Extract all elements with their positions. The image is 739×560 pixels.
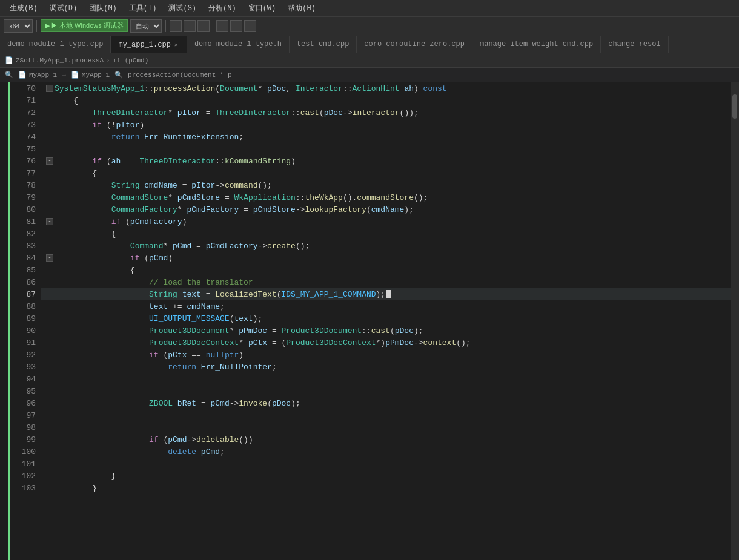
margin-indicator <box>0 143 8 155</box>
search-icon[interactable]: 🔍 <box>5 71 13 79</box>
code-line: Command* pCmd = pCmdFactory->create(); <box>41 240 731 252</box>
line-number: 97 <box>10 409 41 421</box>
tab-demo-module-h[interactable]: demo_module_1_type.h <box>187 36 290 53</box>
margin-indicator <box>0 191 8 203</box>
code-line: Product3DDocument* pPmDoc = Product3DDoc… <box>41 324 731 337</box>
margin-indicator <box>0 409 8 421</box>
margin-indicator <box>0 482 8 494</box>
tab-coro[interactable]: coro_coroutine_zero.cpp <box>357 36 472 53</box>
line-number: 74 <box>10 131 41 143</box>
fold-button[interactable]: - <box>46 254 53 262</box>
margin-indicator <box>0 373 8 385</box>
line-number: 94 <box>10 373 41 385</box>
toolbar-icon-2[interactable] <box>184 20 196 32</box>
code-line: if (pCtx == nullptr) <box>41 349 731 361</box>
breadcrumb-arrow: › <box>106 57 110 64</box>
margin-indicator <box>0 446 8 458</box>
line-number: 86 <box>10 276 41 288</box>
scrollbar-area[interactable] <box>731 82 739 560</box>
code-line: if (pCmd->deletable()) <box>41 433 731 446</box>
code-line: ThreeDInteractor* pItor = ThreeDInteract… <box>41 107 731 119</box>
margin-indicator <box>0 155 8 167</box>
toolbar-icon-4[interactable] <box>216 20 228 32</box>
code-line: return Err_NullPointer; <box>41 361 731 373</box>
nav-file-icon: 📄 <box>18 71 27 79</box>
nav-class[interactable]: MyApp_1 <box>29 71 57 79</box>
menu-item-debug[interactable]: 调试(D) <box>45 2 82 15</box>
toolbar-icon-5[interactable] <box>230 20 242 32</box>
tab-label: my_app_1.cpp <box>118 41 170 49</box>
code-line: { <box>41 94 731 107</box>
tab-label: coro_coroutine_zero.cpp <box>364 40 465 48</box>
close-icon[interactable]: ✕ <box>173 41 179 48</box>
code-line: - if (pCmd) <box>41 252 731 264</box>
margin-indicator <box>0 421 8 433</box>
line-number: 103 <box>10 482 41 494</box>
margin-indicator <box>0 361 8 373</box>
menu-item-team[interactable]: 团队(M) <box>84 2 122 15</box>
margin-indicator <box>0 324 8 337</box>
toolbar-icon-1[interactable] <box>170 20 182 32</box>
menu-item-window[interactable]: 窗口(W) <box>244 2 281 15</box>
breadcrumb-class[interactable]: ZSoft.MyApp_1.processA <box>16 57 104 64</box>
line-number: 80 <box>10 203 41 216</box>
menu-item-test[interactable]: 测试(S) <box>164 2 201 15</box>
margin-indicator <box>0 203 8 216</box>
line-number: 85 <box>10 264 41 276</box>
code-line: { <box>41 167 731 179</box>
code-area[interactable]: -SystemStatus MyApp_1::processAction(Doc… <box>41 82 731 560</box>
line-number: 98 <box>10 421 41 433</box>
tab-bar: demo_module_1_type.cpp my_app_1.cpp ✕ de… <box>0 35 739 53</box>
line-number: 99 <box>10 433 41 446</box>
tab-change-resol[interactable]: change_resol <box>601 36 668 53</box>
mode-select[interactable]: 自动 <box>130 19 162 33</box>
file-icon: 📄 <box>5 56 13 64</box>
line-numbers: 7071727374757677787980818283848586878889… <box>10 82 41 560</box>
line-number: 83 <box>10 240 41 252</box>
breadcrumb-bar: 📄 ZSoft.MyApp_1.processA › if (pCmd) <box>0 53 739 68</box>
code-line <box>41 421 731 433</box>
margin-indicator <box>0 119 8 131</box>
margin-indicator <box>0 276 8 288</box>
line-number: 78 <box>10 179 41 191</box>
run-label: ▶ 本地 Windows 调试器 <box>51 21 124 30</box>
menu-item-help[interactable]: 帮助(H) <box>283 2 320 15</box>
fold-button[interactable]: - <box>46 157 53 165</box>
code-line: String cmdName = pItor->command(); <box>41 179 731 191</box>
run-button[interactable]: ▶ ▶ 本地 Windows 调试器 <box>41 19 128 32</box>
nav-right-arrow: → <box>62 71 66 79</box>
menu-item-analyze[interactable]: 分析(N) <box>204 2 241 15</box>
fold-button[interactable]: - <box>46 218 53 225</box>
nav-right-icon[interactable]: 🔍 <box>114 71 123 79</box>
tab-manage[interactable]: manage_item_weight_cmd.cpp <box>472 36 601 53</box>
line-number: 77 <box>10 167 41 179</box>
margin-indicator <box>0 433 8 446</box>
line-number: 70 <box>10 82 41 94</box>
tab-label: test_cmd.cpp <box>297 40 349 48</box>
config-select[interactable]: x64 <box>4 19 33 33</box>
toolbar-icon-6[interactable] <box>244 20 256 32</box>
nav-method-icon: 📄 <box>71 71 79 79</box>
tab-demo-module-type[interactable]: demo_module_1_type.cpp <box>0 36 111 53</box>
toolbar-icon-3[interactable] <box>197 20 210 32</box>
tab-my-app[interactable]: my_app_1.cpp ✕ <box>111 36 187 53</box>
nav-method[interactable]: MyApp_1 <box>82 71 110 79</box>
margin-indicator <box>0 470 8 482</box>
margin-indicator <box>0 82 8 94</box>
margin-indicator <box>0 312 8 324</box>
tab-label: demo_module_1_type.h <box>194 40 282 48</box>
code-line: return Err_RuntimeExtension; <box>41 131 731 143</box>
menu-item-tools[interactable]: 工具(T) <box>124 2 162 15</box>
menu-item-build[interactable]: 生成(B) <box>5 2 42 15</box>
code-line: if (!pItor) <box>41 119 731 131</box>
fold-button[interactable]: - <box>46 85 53 92</box>
code-line: CommandFactory* pCmdFactory = pCmdStore-… <box>41 203 731 216</box>
nav-function[interactable]: processAction(Document * p <box>128 71 232 79</box>
play-icon: ▶ <box>45 22 50 30</box>
line-number: 75 <box>10 143 41 155</box>
tab-test-cmd[interactable]: test_cmd.cpp <box>290 36 357 53</box>
margin-indicator <box>0 179 8 191</box>
margin-indicator <box>0 337 8 349</box>
code-line: // load the translator <box>41 276 731 288</box>
breadcrumb-condition[interactable]: if (pCmd) <box>113 57 148 64</box>
